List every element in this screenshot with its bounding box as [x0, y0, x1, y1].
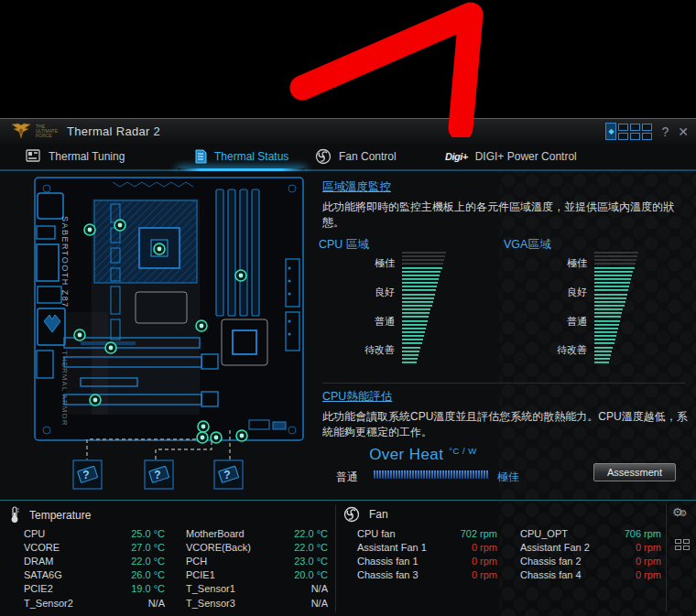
table-row: T_Sensor2N/AT_Sensor3N/A	[24, 596, 328, 610]
fan-table: CPU fan702 rpmCPU_OPT706 rpmAssistant Fa…	[357, 526, 661, 582]
tab-label: Fan Control	[339, 150, 397, 163]
table-row: PCIE219.0 °CT_Sensor1N/A	[24, 582, 328, 596]
row-value: 25.0 °C	[110, 528, 165, 539]
gauge-tick	[396, 470, 397, 479]
row-value: N/A	[270, 583, 328, 594]
help-button[interactable]: ?	[661, 125, 669, 138]
panel-cell[interactable]	[618, 124, 628, 131]
gauge-tick	[442, 470, 444, 479]
thermometer-icon	[9, 506, 20, 524]
panel-cell[interactable]	[642, 124, 652, 131]
meter-line	[594, 294, 627, 296]
meter-line	[594, 286, 629, 287]
meter-line	[402, 324, 427, 326]
region-monitor-title[interactable]: 區域溫度監控	[322, 179, 391, 195]
meter-line	[594, 324, 619, 326]
panel-selector[interactable]: ◆	[605, 123, 652, 140]
gauge-tick	[467, 470, 469, 479]
row-label: Chassis fan 2	[520, 556, 612, 567]
tab-label: Thermal Status	[214, 150, 288, 163]
meter-line	[402, 328, 426, 330]
gauge-tick	[382, 470, 384, 479]
fan-icon	[315, 148, 332, 165]
gauge-tick	[431, 470, 433, 479]
meter-line	[594, 305, 625, 307]
meter-line	[402, 255, 445, 257]
cpu-assessment-description: 此功能會讀取系統CPU溫度並且評估您系統的散熱能力。CPU溫度越低，系統能夠更穩…	[322, 409, 689, 440]
unknown-sensor-box[interactable]: ?	[214, 460, 243, 489]
tab-label: Thermal Tuning	[49, 150, 125, 163]
meter-line	[402, 331, 425, 333]
row-value: 0 rpm	[453, 556, 497, 567]
main-content: SABERTOOTH Z87 THERMAL ARMOR	[0, 171, 696, 500]
table-row: VCORE27.0 °CVCORE(Back)22.0 °C	[24, 540, 328, 554]
row-value: 0 rpm	[612, 556, 661, 567]
gauge-tick	[398, 470, 400, 479]
gauge-tick	[486, 470, 488, 479]
gauge-tick	[385, 470, 386, 479]
panel-cell[interactable]	[630, 124, 640, 131]
row-label: Assistant Fan 2	[520, 542, 612, 553]
gauge-tick	[462, 470, 463, 479]
tab-digi-power-control[interactable]: Digi+ DIGI+ Power Control	[445, 144, 577, 169]
meter-line	[594, 347, 613, 349]
row-value: 26.0 °C	[110, 569, 165, 580]
meter-level-label: 普通	[375, 315, 395, 329]
gauge-tick	[448, 470, 450, 479]
row-label: MotherBoard	[186, 528, 270, 539]
meter-line	[402, 275, 440, 276]
meter-line	[594, 263, 636, 265]
row-value: 20.0 °C	[270, 569, 328, 580]
panel-cell[interactable]	[618, 133, 628, 140]
board-name-label: SABERTOOTH Z87	[60, 216, 70, 308]
table-row: CPU fan702 rpmCPU_OPT706 rpm	[357, 526, 661, 540]
tab-fan-control[interactable]: Fan Control	[315, 144, 397, 169]
table-row: Chassis fan 10 rpmChassis fan 20 rpm	[357, 554, 661, 567]
gauge-tick	[473, 470, 474, 479]
row-value: N/A	[110, 598, 165, 609]
layout-grid-icon[interactable]	[675, 539, 690, 550]
gauge-tick	[456, 470, 458, 479]
row-value: 0 rpm	[612, 569, 661, 580]
panel-cell[interactable]	[642, 133, 652, 140]
gauge-tick	[475, 470, 477, 479]
meter-line	[402, 282, 438, 284]
unknown-sensor-box[interactable]: ?	[145, 460, 173, 489]
gauge-tick	[415, 470, 417, 479]
gauge-tick	[393, 470, 395, 479]
panel-selector-active-icon[interactable]: ◆	[605, 123, 616, 140]
row-value: 23.0 °C	[270, 556, 328, 567]
meter-line	[594, 301, 625, 303]
gauge-tick	[407, 470, 408, 479]
row-label: PCIE1	[186, 569, 270, 580]
meter-line	[594, 335, 616, 337]
meter-line	[402, 308, 430, 310]
sensor-dot-core	[214, 436, 219, 440]
tab-thermal-status[interactable]: Thermal Status	[194, 144, 288, 169]
meter-line	[402, 267, 442, 269]
tab-thermal-tuning[interactable]: Thermal Tuning	[26, 144, 125, 169]
assessment-button[interactable]: Assessment	[593, 463, 676, 481]
row-label: VCORE	[24, 542, 110, 553]
meter-line	[594, 316, 621, 318]
meter-line	[594, 289, 628, 291]
motherboard-icon	[26, 149, 41, 164]
row-value: 0 rpm	[453, 542, 497, 553]
row-value: 706 rpm	[612, 528, 661, 539]
settings-gear-icon[interactable]: ⚙⚙	[672, 506, 688, 519]
cpu-assessment-title[interactable]: CPU熱能評估	[322, 389, 392, 405]
gauge-tick	[434, 470, 436, 479]
tab-bar: Thermal Tuning Thermal Status Fan Contro…	[0, 144, 696, 171]
row-label: PCIE2	[24, 583, 110, 594]
meter-line	[594, 282, 630, 284]
gauge-tick	[459, 470, 461, 479]
cpu-zone-label: CPU 區域	[319, 237, 369, 253]
close-button[interactable]: ✕	[678, 125, 689, 138]
question-mark-icon: ?	[223, 469, 230, 481]
table-row: Chassis fan 30 rpmChassis fan 40 rpm	[357, 568, 661, 582]
thermal-radar-window: THE ULTIMATE FORCE Thermal Radar 2 ◆ ? ✕	[0, 118, 696, 616]
temperature-table: CPU25.0 °CMotherBoard22.0 °CVCORE27.0 °C…	[24, 526, 328, 610]
panel-cell[interactable]	[630, 133, 640, 140]
meter-line	[594, 339, 615, 340]
unknown-sensor-box[interactable]: ?	[73, 460, 102, 489]
